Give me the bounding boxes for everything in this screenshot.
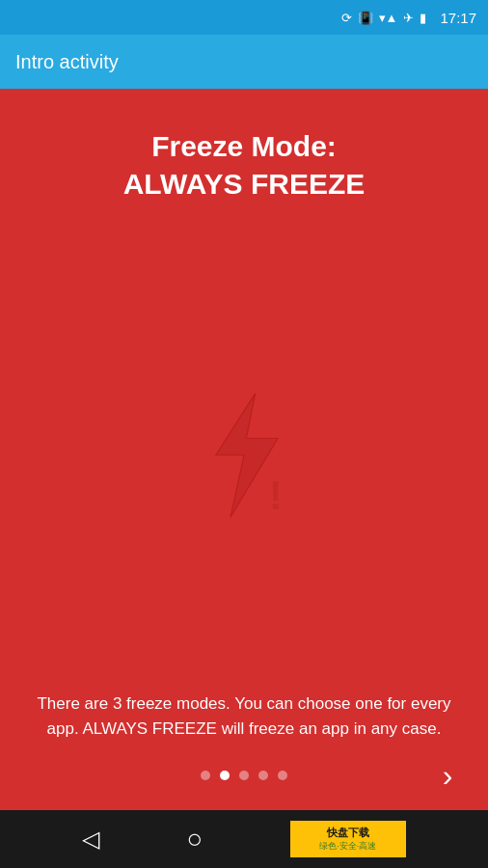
status-icons: ⟳ 📳 ▾▲ ✈ ▮ 17:17 xyxy=(341,10,476,26)
icon-area: ! xyxy=(29,241,459,672)
watermark-line1: 快盘下载 xyxy=(327,826,369,840)
app-bar: Intro activity xyxy=(0,35,488,89)
nav-bar: ◁ ○ 快盘下载 绿色·安全·高速 xyxy=(0,810,488,868)
status-bar: ⟳ 📳 ▾▲ ✈ ▮ 17:17 xyxy=(0,0,488,35)
watermark-line2: 绿色·安全·高速 xyxy=(319,840,376,853)
description-text: There are 3 freeze modes. You can choose… xyxy=(29,692,459,741)
dot-4 xyxy=(258,771,268,780)
battery-icon: ▮ xyxy=(420,11,426,25)
back-button[interactable]: ◁ xyxy=(82,826,99,853)
svg-text:!: ! xyxy=(269,473,283,518)
dot-2 xyxy=(220,771,230,780)
dot-5 xyxy=(278,771,287,780)
bottom-controls: › xyxy=(0,741,488,810)
dot-3 xyxy=(239,771,249,780)
next-button[interactable]: › xyxy=(426,754,469,797)
freeze-mode-title: Freeze Mode: ALWAYS FREEZE xyxy=(123,127,366,203)
vibrate-icon: 📳 xyxy=(358,11,373,25)
app-bar-title: Intro activity xyxy=(15,51,119,73)
main-content: Freeze Mode: ALWAYS FREEZE ! xyxy=(0,89,488,672)
sync-icon: ⟳ xyxy=(341,11,352,25)
wifi-icon: ▾▲ xyxy=(379,11,398,25)
pagination-dots xyxy=(62,771,426,780)
status-time: 17:17 xyxy=(440,10,476,26)
lightning-bolt-icon: ! xyxy=(186,388,302,527)
description-area: There are 3 freeze modes. You can choose… xyxy=(0,672,488,741)
home-button[interactable]: ○ xyxy=(187,824,203,854)
dot-1 xyxy=(201,771,210,780)
airplane-icon: ✈ xyxy=(403,11,414,25)
watermark: 快盘下载 绿色·安全·高速 xyxy=(290,821,406,857)
